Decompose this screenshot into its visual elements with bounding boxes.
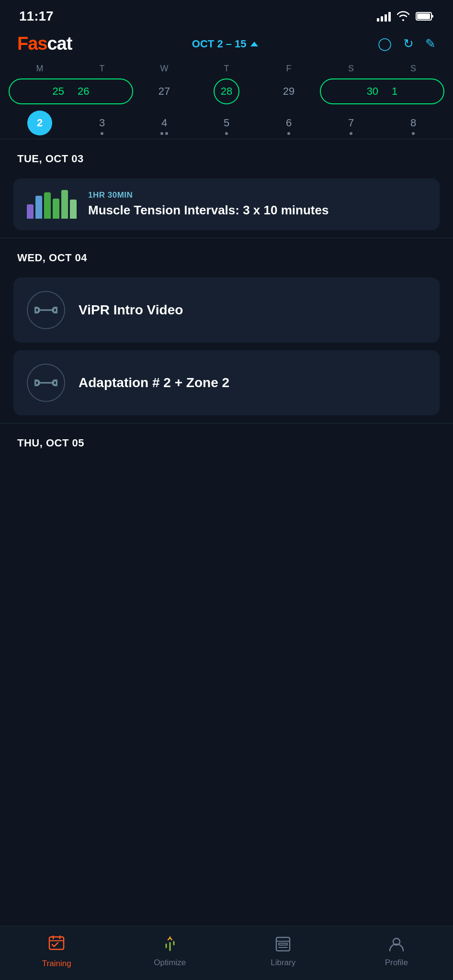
cal-day-2[interactable]: 2	[27, 110, 52, 136]
svg-rect-18	[279, 943, 287, 945]
cal-day-3[interactable]: 3	[71, 110, 133, 136]
prev-week-row: 25 26 27 28 29 30 1	[0, 76, 453, 107]
chevron-up-icon[interactable]	[250, 42, 258, 46]
cal-day-29[interactable]: 29	[258, 78, 320, 104]
cal-day-28[interactable]: 28	[195, 78, 258, 104]
workout-info: 1HR 30MIN Muscle Tension Intervals: 3 x …	[88, 190, 426, 218]
workout-title: Muscle Tension Intervals: 3 x 10 minutes	[88, 203, 426, 218]
cal-day-5[interactable]: 5	[195, 110, 258, 136]
cal-day-25[interactable]: 25	[53, 85, 64, 98]
cal-day-30[interactable]: 30	[367, 85, 378, 98]
gym-title-adaptation: Adaptation # 2 + Zone 2	[79, 375, 229, 390]
nav-item-training[interactable]: Training	[33, 934, 80, 969]
nav-label-optimize: Optimize	[154, 958, 186, 968]
day-title-tue: TUE, OCT 03	[17, 153, 436, 165]
workout-card-adaptation[interactable]: Adaptation # 2 + Zone 2	[13, 350, 440, 415]
refresh-icon[interactable]: ↻	[403, 36, 414, 51]
edit-icon[interactable]: ✎	[425, 36, 436, 51]
gym-title-vipr: ViPR Intro Video	[79, 302, 183, 318]
section-thu-oct05: THU, OCT 05	[0, 423, 453, 455]
nav-item-profile[interactable]: Profile	[373, 935, 420, 968]
bar-chart-icon	[27, 190, 77, 219]
app-header: Fascat OCT 2 – 15 ◯ ↻ ✎	[0, 29, 453, 59]
library-icon	[274, 935, 292, 955]
workout-card-muscle-tension[interactable]: 1HR 30MIN Muscle Tension Intervals: 3 x …	[13, 178, 440, 230]
cal-day-26[interactable]: 26	[78, 85, 89, 98]
gym-icon-adaptation	[27, 364, 65, 402]
app-logo: Fascat	[17, 33, 72, 54]
cal-day-8[interactable]: 8	[382, 110, 444, 136]
nav-label-training: Training	[42, 959, 71, 969]
cal-day-25-26-group[interactable]: 25 26	[9, 78, 133, 104]
signal-icon	[377, 11, 391, 22]
cal-day-7[interactable]: 7	[320, 110, 382, 136]
status-icons	[377, 11, 434, 22]
cal-day-27[interactable]: 27	[133, 78, 195, 104]
status-bar: 11:17	[0, 0, 453, 29]
day-label-tue: T	[71, 62, 133, 76]
nav-item-optimize[interactable]: Optimize	[146, 935, 194, 968]
section-wed-oct04: WED, OCT 04	[0, 238, 453, 270]
nav-item-library[interactable]: Library	[259, 935, 307, 968]
day-title-thu: THU, OCT 05	[17, 437, 436, 449]
wifi-icon	[396, 11, 410, 22]
day-label-sun: S	[382, 62, 444, 76]
nav-label-library: Library	[271, 958, 295, 968]
nav-label-profile: Profile	[385, 958, 408, 968]
section-tue-oct03: TUE, OCT 03	[0, 139, 453, 171]
svg-rect-1	[417, 13, 430, 19]
bottom-nav: Training Optimize Library	[0, 926, 453, 980]
day-label-mon: M	[9, 62, 71, 76]
date-range[interactable]: OCT 2 – 15	[81, 38, 368, 50]
cal-day-4[interactable]: 4	[133, 110, 195, 136]
header-icons: ◯ ↻ ✎	[378, 36, 436, 51]
svg-rect-12	[49, 937, 64, 949]
day-label-wed: W	[133, 62, 195, 76]
optimize-icon	[161, 935, 179, 955]
day-title-wed: WED, OCT 04	[17, 252, 436, 264]
cal-day-30-1-group[interactable]: 30 1	[320, 78, 444, 104]
battery-icon	[416, 11, 434, 21]
training-icon	[47, 934, 66, 956]
logo-fas: Fas	[17, 33, 47, 54]
cal-day-6[interactable]: 6	[258, 110, 320, 136]
profile-icon	[387, 935, 406, 955]
status-time: 11:17	[19, 9, 54, 24]
logo-cat: cat	[47, 33, 72, 54]
workout-duration: 1HR 30MIN	[88, 190, 426, 200]
workout-card-vipr[interactable]: ViPR Intro Video	[13, 278, 440, 343]
gym-icon-vipr	[27, 291, 65, 329]
day-label-sat: S	[320, 62, 382, 76]
calendar-days-header: M T W T F S S	[0, 59, 453, 76]
curr-week-row: 2 3 4 5 6 7 8	[0, 107, 453, 139]
day-label-fri: F	[258, 62, 320, 76]
day-label-thu: T	[195, 62, 258, 76]
cal-day-1[interactable]: 1	[392, 85, 397, 98]
comment-icon[interactable]: ◯	[378, 36, 392, 51]
